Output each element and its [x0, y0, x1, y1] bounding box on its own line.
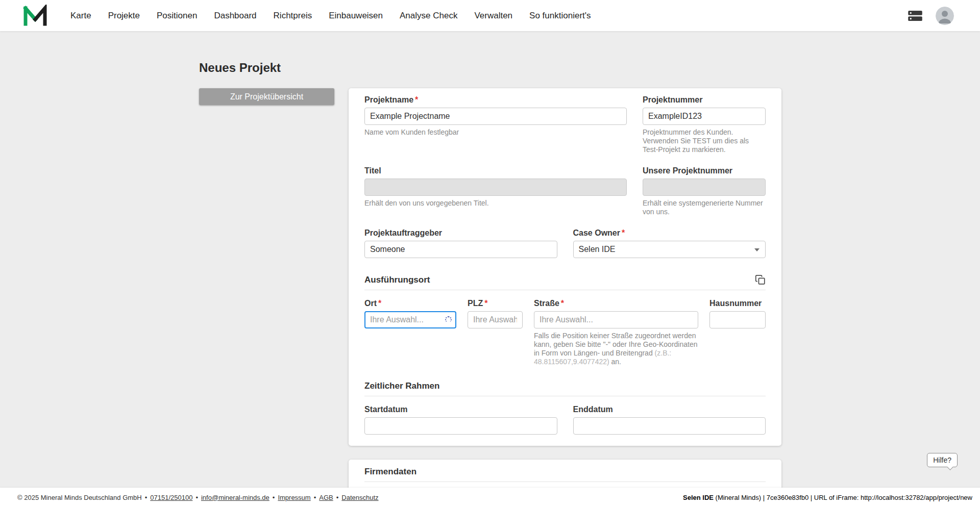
field-startdatum: Startdatum — [364, 405, 557, 435]
nav-item-positionen[interactable]: Positionen — [157, 11, 197, 21]
field-case-owner: Case Owner* Selen IDE — [573, 229, 766, 258]
strasse-helper-text: Falls die Position keiner Straße zugeord… — [534, 332, 697, 357]
zeitlicher-rahmen-section-header: Zeitlicher Rahmen — [364, 381, 766, 396]
footer-info: © 2025 Mineral Minds Deutschland GmbH • … — [17, 494, 379, 501]
field-unsere-projektnummer: Unsere Projektnummer Erhält eine systemg… — [643, 166, 766, 216]
copyright-text: © 2025 Mineral Minds Deutschland GmbH — [17, 494, 142, 501]
enddatum-label: Enddatum — [573, 405, 766, 414]
startdatum-label: Startdatum — [364, 405, 557, 414]
firmendaten-heading: Firmendaten — [364, 467, 416, 477]
projektname-label-text: Projektname — [364, 95, 413, 104]
project-form-card: Projektname* Name vom Kunden festlegbar … — [349, 88, 781, 446]
nav-item-verwalten[interactable]: Verwalten — [474, 11, 512, 21]
nav-item-projekte[interactable]: Projekte — [108, 11, 140, 21]
hausnummer-label-text: Hausnummer — [709, 299, 762, 308]
nav-item-analyse-check[interactable]: Analyse Check — [400, 11, 457, 21]
enddatum-label-text: Enddatum — [573, 405, 613, 414]
help-button-label: Hilfe? — [933, 456, 951, 464]
zeitlicher-rahmen-heading: Zeitlicher Rahmen — [364, 381, 439, 391]
hausnummer-input[interactable] — [709, 311, 766, 328]
projektname-label: Projektname* — [364, 95, 627, 105]
separator: • — [145, 494, 148, 501]
user-avatar[interactable] — [936, 7, 954, 25]
startdatum-label-text: Startdatum — [364, 405, 407, 414]
nav-item-dashboard[interactable]: Dashboard — [214, 11, 256, 21]
projektauftraggeber-label: Projektauftraggeber — [364, 229, 557, 238]
ausfuehrungsort-section-header: Ausführungsort — [364, 274, 766, 290]
main-nav: Karte Projekte Positionen Dashboard Rich… — [70, 11, 908, 21]
strasse-label: Straße* — [534, 299, 698, 308]
nav-item-karte[interactable]: Karte — [70, 11, 91, 21]
session-user: Selen IDE — [683, 494, 714, 501]
nav-item-einbauweisen[interactable]: Einbauweisen — [329, 11, 383, 21]
required-asterisk: * — [622, 229, 625, 237]
help-button[interactable]: Hilfe? — [927, 453, 958, 467]
nav-item-richtpreis[interactable]: Richtpreis — [274, 11, 312, 21]
mineral-minds-logo[interactable] — [23, 5, 47, 27]
field-plz: PLZ* — [468, 299, 523, 366]
ort-label-text: Ort — [364, 299, 377, 308]
titel-label-text: Titel — [364, 166, 381, 175]
case-owner-label: Case Owner* — [573, 229, 766, 238]
loading-spinner-icon — [445, 316, 452, 323]
required-asterisk: * — [484, 299, 487, 308]
field-projektnummer: Projektnummer Projektnummer des Kunden. … — [643, 95, 766, 154]
logo-icon — [23, 5, 47, 27]
unsere-projektnummer-label: Unsere Projektnummer — [643, 166, 766, 175]
case-owner-select[interactable]: Selen IDE — [573, 241, 766, 258]
plz-label: PLZ* — [468, 299, 523, 308]
unsere-projektnummer-helper: Erhält eine systemgenerierte Nummer von … — [643, 199, 766, 216]
case-owner-label-text: Case Owner — [573, 229, 620, 237]
projektnummer-label: Projektnummer — [643, 95, 766, 105]
copy-icon[interactable] — [755, 274, 766, 285]
session-info: Selen IDE (Mineral Minds) | 7ce360e83fb0… — [683, 494, 972, 501]
left-column: Zur Projektübersicht — [199, 88, 334, 105]
datenschutz-link[interactable]: Datenschutz — [341, 494, 378, 501]
chevron-down-icon — [754, 248, 760, 251]
server-icon[interactable] — [908, 9, 923, 22]
projektauftraggeber-label-text: Projektauftraggeber — [364, 229, 442, 237]
titel-label: Titel — [364, 166, 627, 175]
projektname-input[interactable] — [364, 108, 627, 125]
firmendaten-section-header: Firmendaten — [364, 467, 766, 482]
plz-input[interactable] — [468, 311, 523, 328]
field-ort: Ort* — [364, 299, 456, 366]
projektnummer-input[interactable] — [643, 108, 766, 125]
required-asterisk: * — [378, 299, 381, 308]
impressum-link[interactable]: Impressum — [278, 494, 310, 501]
form-column: Projektname* Name vom Kunden festlegbar … — [349, 88, 781, 507]
nav-item-so-funktionierts[interactable]: So funktioniert's — [529, 11, 591, 21]
field-titel: Titel Erhält den von uns vorgegebenen Ti… — [364, 166, 627, 216]
unsere-projektnummer-input — [643, 179, 766, 196]
separator: • — [336, 494, 339, 501]
navbar-right — [908, 7, 954, 25]
separator: • — [273, 494, 275, 501]
ausfuehrungsort-heading: Ausführungsort — [364, 275, 430, 285]
case-owner-selected-value: Selen IDE — [579, 245, 616, 254]
strasse-label-text: Straße — [534, 299, 559, 308]
titel-helper: Erhält den von uns vorgegebenen Titel. — [364, 199, 627, 208]
unsere-projektnummer-label-text: Unsere Projektnummer — [643, 166, 732, 175]
help-button-tail — [947, 464, 953, 470]
startdatum-input[interactable] — [364, 417, 557, 435]
field-enddatum: Enddatum — [573, 405, 766, 435]
main-content: Neues Projekt Zur Projektübersicht Proje… — [199, 31, 781, 507]
strasse-input[interactable] — [534, 311, 698, 328]
required-asterisk: * — [561, 299, 564, 308]
plz-label-text: PLZ — [468, 299, 483, 308]
email-link[interactable]: info@mineral-minds.de — [201, 494, 270, 501]
projektname-helper: Name vom Kunden festlegbar — [364, 128, 627, 137]
projektauftraggeber-input[interactable] — [364, 241, 557, 258]
footer: © 2025 Mineral Minds Deutschland GmbH • … — [0, 488, 980, 507]
phone-link[interactable]: 07151/250100 — [150, 494, 192, 501]
separator: • — [195, 494, 198, 501]
session-details: (Mineral Minds) | 7ce360e83fb0 | URL of … — [714, 494, 972, 501]
enddatum-input[interactable] — [573, 417, 766, 435]
strasse-helper: Falls die Position keiner Straße zugeord… — [534, 332, 698, 366]
project-overview-button[interactable]: Zur Projektübersicht — [199, 88, 334, 105]
agb-link[interactable]: AGB — [319, 494, 333, 501]
required-asterisk: * — [415, 95, 418, 104]
ort-input[interactable] — [364, 311, 456, 328]
hausnummer-label: Hausnummer — [709, 299, 766, 308]
projektnummer-helper: Projektnummer des Kunden. Verwenden Sie … — [643, 128, 766, 154]
